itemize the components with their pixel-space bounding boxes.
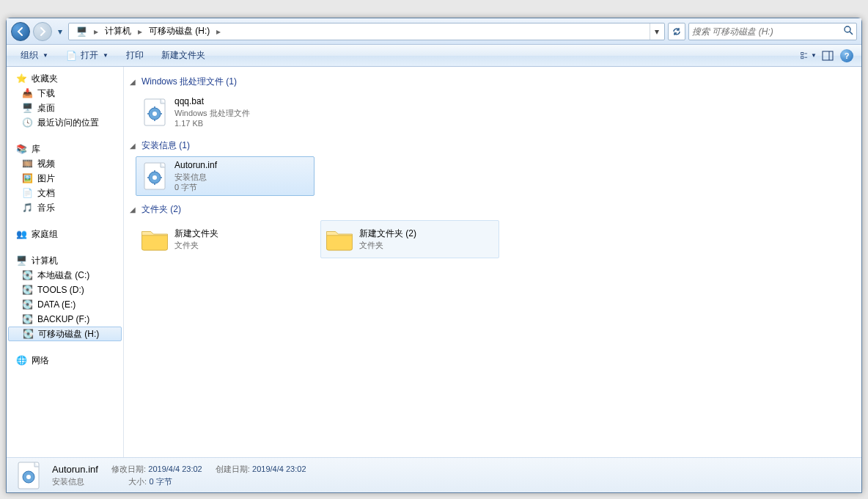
print-label: 打印 (126, 49, 144, 62)
tree-videos[interactable]: 🎞️视频 (7, 156, 123, 171)
file-name: 新建文件夹 (2) (359, 228, 416, 240)
back-button[interactable] (11, 22, 30, 41)
tree-drive-c[interactable]: 💽本地磁盘 (C:) (7, 268, 123, 283)
music-icon: 🎵 (21, 202, 33, 214)
tree-label: 图片 (37, 172, 55, 185)
group-title: Windows 批处理文件 (1) (141, 76, 237, 88)
tree-music[interactable]: 🎵音乐 (7, 200, 123, 215)
tree-label: 视频 (37, 158, 55, 170)
crumb-drive[interactable]: 可移动磁盘 (H:) (144, 23, 215, 40)
tree-recent[interactable]: 🕓最近访问的位置 (7, 115, 123, 130)
file-list[interactable]: ◢Windows 批处理文件 (1)qqq.batWindows 批处理文件1.… (124, 67, 861, 457)
tree-desktop[interactable]: 🖥️桌面 (7, 101, 123, 115)
drive-icon: 💽 (21, 299, 33, 310)
tree-label: DATA (E:) (37, 299, 76, 310)
file-item[interactable]: Autorun.inf安装信息0 字节 (136, 156, 315, 196)
group-header[interactable]: ◢安装信息 (1) (130, 138, 856, 153)
tree-label: 最近访问的位置 (37, 117, 99, 129)
organize-button[interactable]: 组织▼ (12, 45, 56, 65)
file-type: 安装信息 (174, 172, 217, 182)
print-button[interactable]: 打印 (118, 45, 152, 65)
file-name: Autorun.inf (174, 160, 217, 172)
crumb-computer[interactable]: 计算机 (100, 23, 136, 40)
file-size: 0 字节 (174, 182, 217, 192)
tree-label: 库 (32, 143, 40, 156)
chevron-down-icon: ▼ (103, 52, 108, 59)
svg-point-14 (152, 112, 157, 116)
details-cre-label: 创建日期: (216, 465, 250, 473)
details-thumbnail (14, 461, 43, 490)
tree-computer[interactable]: 🖥️计算机 (7, 253, 123, 268)
chevron-down-icon: ▼ (43, 52, 48, 59)
tree-drive-d[interactable]: 💽TOOLS (D:) (7, 283, 123, 297)
toolbar: 组织▼ 📄打开▼ 打印 新建文件夹 ▼ ? (7, 45, 861, 67)
tree-drive-f[interactable]: 💽BACKUP (F:) (7, 312, 123, 327)
details-pane: Autorun.inf 修改日期: 2019/4/4 23:02 创建日期: 2… (7, 457, 861, 492)
help-icon: ? (840, 49, 853, 62)
tree-drive-h[interactable]: 💽可移动磁盘 (H:) (8, 327, 122, 341)
svg-rect-10 (823, 51, 833, 60)
svg-point-28 (26, 475, 31, 479)
tree-label: 音乐 (37, 202, 55, 214)
details-type: 安装信息 (52, 476, 84, 487)
tree-label: 网络 (32, 354, 49, 367)
breadcrumb-icon[interactable]: 🖥️ (70, 23, 92, 40)
breadcrumb[interactable]: 🖥️ ▸ 计算机 ▸ 可移动磁盘 (H:) ▸ ▾ (68, 23, 665, 40)
document-icon: 📄 (21, 187, 33, 199)
open-button[interactable]: 📄打开▼ (58, 45, 117, 65)
library-icon: 📚 (15, 143, 27, 155)
file-item[interactable]: qqq.batWindows 批处理文件1.17 KB (136, 92, 315, 132)
group-header[interactable]: ◢Windows 批处理文件 (1) (130, 74, 856, 90)
file-size: 1.17 KB (174, 118, 250, 128)
tree-homegroup[interactable]: 👥家庭组 (7, 227, 123, 241)
view-options-button[interactable]: ▼ (800, 48, 817, 64)
collapse-icon: ◢ (130, 78, 139, 86)
search-icon[interactable] (843, 25, 853, 37)
svg-rect-6 (801, 52, 803, 54)
tree-label: 可移动磁盘 (H:) (38, 328, 99, 340)
refresh-button[interactable] (668, 23, 685, 40)
tree-label: 收藏夹 (32, 73, 58, 85)
group-title: 文件夹 (2) (141, 203, 181, 216)
help-button[interactable]: ? (838, 48, 856, 64)
network-icon: 🌐 (15, 354, 27, 366)
crumb-arrow[interactable]: ▸ (136, 26, 144, 37)
folder-item[interactable]: 新建文件夹 (2)文件夹 (320, 220, 499, 258)
preview-pane-button[interactable] (819, 48, 836, 64)
crumb-arrow[interactable]: ▸ (92, 26, 100, 37)
search-box[interactable] (688, 23, 857, 40)
tree-libraries[interactable]: 📚库 (7, 142, 123, 156)
search-input[interactable] (692, 26, 843, 37)
tree-label: 下载 (37, 87, 55, 100)
file-name: qqq.bat (174, 96, 250, 108)
tree-drive-e[interactable]: 💽DATA (E:) (7, 297, 123, 312)
nav-history-dropdown[interactable]: ▾ (55, 23, 65, 40)
recent-icon: 🕓 (21, 117, 33, 128)
folder-icon (139, 224, 170, 255)
navigation-tree[interactable]: ⭐收藏夹 📥下载 🖥️桌面 🕓最近访问的位置 📚库 🎞️视频 🖼️图片 📄文档 … (7, 67, 124, 457)
explorer-window: ▾ 🖥️ ▸ 计算机 ▸ 可移动磁盘 (H:) ▸ ▾ 组织▼ 📄打开▼ 打印 … (6, 18, 862, 493)
tree-favorites[interactable]: ⭐收藏夹 (7, 71, 123, 86)
chevron-down-icon: ▼ (811, 52, 817, 59)
new-folder-button[interactable]: 新建文件夹 (153, 45, 213, 65)
homegroup-icon: 👥 (15, 228, 27, 240)
group-title: 安装信息 (1) (141, 139, 190, 152)
tree-downloads[interactable]: 📥下载 (7, 86, 123, 101)
collapse-icon: ◢ (130, 205, 139, 214)
svg-rect-7 (801, 56, 803, 58)
forward-button[interactable] (33, 22, 52, 41)
new-folder-label: 新建文件夹 (161, 49, 205, 62)
address-dropdown[interactable]: ▾ (650, 23, 663, 40)
crumb-arrow[interactable]: ▸ (215, 26, 222, 37)
video-icon: 🎞️ (21, 158, 33, 170)
star-icon: ⭐ (15, 73, 27, 84)
tree-network[interactable]: 🌐网络 (7, 353, 123, 368)
folder-item[interactable]: 新建文件夹文件夹 (136, 220, 315, 258)
organize-label: 组织 (21, 49, 38, 62)
tree-pictures[interactable]: 🖼️图片 (7, 171, 123, 186)
file-type: 文件夹 (359, 240, 416, 250)
tree-documents[interactable]: 📄文档 (7, 186, 123, 200)
group-header[interactable]: ◢文件夹 (2) (130, 202, 856, 217)
tree-label: BACKUP (F:) (37, 314, 89, 324)
tree-label: TOOLS (D:) (37, 285, 84, 295)
